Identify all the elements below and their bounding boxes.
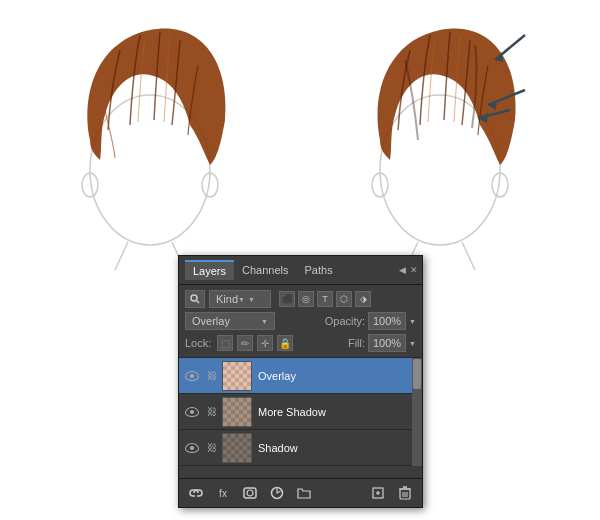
lock-label: Lock:	[185, 337, 211, 349]
tab-channels[interactable]: Channels	[234, 261, 296, 279]
blend-mode-value: Overlay	[192, 315, 230, 327]
panel-toolbar: fx	[179, 478, 422, 507]
blend-mode-dropdown[interactable]: Overlay ▼	[185, 312, 275, 330]
eye-icon-shadow	[185, 443, 199, 453]
panel-collapse-icon[interactable]: ◀	[399, 265, 406, 275]
fill-label: Fill:	[348, 337, 365, 349]
svg-point-19	[247, 490, 253, 496]
eye-icon-overlay	[185, 371, 199, 381]
panel-close-area: ◀ ✕	[399, 265, 418, 275]
layers-list: ⛓ Overlay ⛓ More Shadow	[179, 358, 422, 478]
adjustment-icon	[270, 486, 284, 500]
new-layer-icon	[371, 486, 385, 500]
lock-all-btn[interactable]: 🔒	[277, 335, 293, 351]
layer-item-overlay[interactable]: ⛓ Overlay	[179, 358, 422, 394]
delete-layer-btn[interactable]	[394, 483, 416, 503]
filter-type-icon[interactable]: T	[317, 291, 333, 307]
filter-smart-icon[interactable]: ⬗	[355, 291, 371, 307]
trash-icon	[399, 486, 411, 500]
opacity-value[interactable]: 100%	[368, 312, 406, 330]
filter-pixel-icon[interactable]: ⬛	[279, 291, 295, 307]
blend-dropdown-arrow: ▼	[261, 318, 268, 325]
layer-item-shadow[interactable]: ⛓ Shadow	[179, 430, 422, 466]
mask-icon	[243, 486, 257, 500]
layer-visibility-overlay[interactable]	[183, 367, 201, 385]
opacity-dropdown-arrow[interactable]: ▼	[409, 318, 416, 325]
layer-thumbnail-overlay	[222, 361, 252, 391]
fill-value[interactable]: 100%	[368, 334, 406, 352]
panel-titlebar: Layers Channels Paths ◀ ✕	[179, 256, 422, 285]
eye-icon-more-shadow	[185, 407, 199, 417]
panel-controls: Kind ▼ ⬛ ◎ T ⬡ ⬗ Overlay ▼ Opacity	[179, 285, 422, 358]
filter-adjustment-icon[interactable]: ◎	[298, 291, 314, 307]
blend-mode-row: Overlay ▼ Opacity: 100% ▼	[185, 312, 416, 330]
hair-illustration-right	[310, 10, 570, 273]
hair-illustration-left	[20, 10, 280, 273]
add-adjustment-btn[interactable]	[266, 483, 288, 503]
layer-name-overlay: Overlay	[258, 370, 418, 382]
tab-layers[interactable]: Layers	[185, 260, 234, 280]
fill-group: Fill: 100% ▼	[348, 334, 416, 352]
panel-menu-icon[interactable]: ✕	[410, 265, 418, 275]
tab-paths[interactable]: Paths	[297, 261, 341, 279]
svg-point-16	[191, 295, 197, 301]
svg-line-15	[462, 242, 475, 270]
filter-icons: ⬛ ◎ T ⬡ ⬗	[279, 291, 371, 307]
kind-filter-row: Kind ▼ ⬛ ◎ T ⬡ ⬗	[185, 290, 416, 308]
opacity-label: Opacity:	[325, 315, 365, 327]
layer-visibility-shadow[interactable]	[183, 439, 201, 457]
layer-visibility-more-shadow[interactable]	[183, 403, 201, 421]
layer-link-more-shadow[interactable]: ⛓	[205, 405, 219, 419]
kind-dropdown[interactable]: Kind ▼	[209, 290, 271, 308]
layers-scrollbar-thumb[interactable]	[413, 359, 421, 389]
layer-link-overlay[interactable]: ⛓	[205, 369, 219, 383]
add-mask-btn[interactable]	[239, 483, 261, 503]
layer-name-more-shadow: More Shadow	[258, 406, 418, 418]
fx-label: fx	[219, 488, 227, 499]
fx-btn[interactable]: fx	[212, 483, 234, 503]
link-icon	[189, 486, 203, 500]
layer-name-shadow: Shadow	[258, 442, 418, 454]
kind-dropdown-arrow: ▼	[238, 296, 245, 303]
lock-transparent-btn[interactable]: ⬚	[217, 335, 233, 351]
svg-line-17	[197, 301, 200, 304]
fill-dropdown-arrow[interactable]: ▼	[409, 340, 416, 347]
layers-scrollbar[interactable]	[412, 358, 422, 466]
layers-panel: Layers Channels Paths ◀ ✕ Kind ▼	[178, 255, 423, 508]
layer-link-shadow[interactable]: ⛓	[205, 441, 219, 455]
layer-item-more-shadow[interactable]: ⛓ More Shadow	[179, 394, 422, 430]
lock-pixels-btn[interactable]: ✏	[237, 335, 253, 351]
filter-shape-icon[interactable]: ⬡	[336, 291, 352, 307]
layer-thumbnail-more-shadow	[222, 397, 252, 427]
canvas-area: Layers Channels Paths ◀ ✕ Kind ▼	[0, 0, 600, 520]
new-group-btn[interactable]	[293, 483, 315, 503]
opacity-group: Opacity: 100% ▼	[325, 312, 416, 330]
folder-icon	[297, 486, 311, 500]
new-layer-btn[interactable]	[367, 483, 389, 503]
lock-row: Lock: ⬚ ✏ ✛ 🔒 Fill: 100% ▼	[185, 334, 416, 352]
search-icon	[190, 294, 200, 304]
lock-position-btn[interactable]: ✛	[257, 335, 273, 351]
link-layers-btn[interactable]	[185, 483, 207, 503]
search-icon-box[interactable]	[185, 290, 205, 308]
layer-thumbnail-shadow	[222, 433, 252, 463]
svg-line-3	[115, 242, 128, 270]
